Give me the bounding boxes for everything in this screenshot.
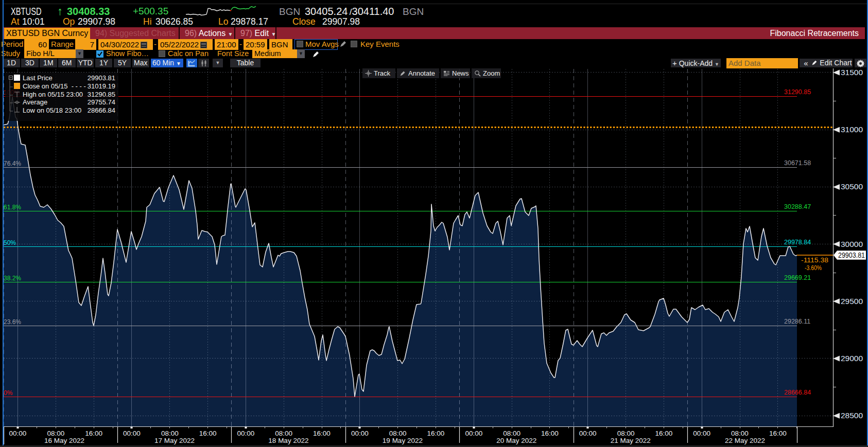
svg-text:31500: 31500	[841, 68, 863, 77]
svg-text:21 May 2022: 21 May 2022	[611, 437, 651, 444]
svg-text:29000: 29000	[841, 354, 863, 363]
svg-text:30288.47: 30288.47	[784, 203, 811, 210]
svg-text:08:00: 08:00	[161, 430, 179, 437]
svg-text:08:00: 08:00	[275, 430, 292, 437]
svg-text:0%: 0%	[4, 389, 13, 397]
svg-text:17 May 2022: 17 May 2022	[154, 437, 195, 444]
svg-text:00:00: 00:00	[579, 430, 597, 437]
svg-text:29286.11: 29286.11	[784, 318, 810, 325]
svg-text:16:00: 16:00	[769, 430, 787, 437]
svg-text:29500: 29500	[841, 297, 863, 306]
svg-text:16 May 2022: 16 May 2022	[44, 437, 84, 444]
svg-text:28666.84: 28666.84	[784, 389, 811, 396]
svg-text:61.8%: 61.8%	[4, 204, 21, 211]
svg-text:-3.60%: -3.60%	[805, 264, 822, 272]
svg-text:16:00: 16:00	[541, 430, 559, 437]
svg-text:30671.58: 30671.58	[784, 159, 811, 167]
svg-text:29978.84: 29978.84	[784, 239, 811, 246]
svg-text:76.4%: 76.4%	[4, 160, 21, 167]
svg-text:16:00: 16:00	[427, 430, 445, 437]
svg-text:22 May 2022: 22 May 2022	[725, 437, 765, 444]
svg-text:00:00: 00:00	[123, 430, 141, 437]
svg-text:29669.21: 29669.21	[784, 274, 811, 281]
svg-text:20 May 2022: 20 May 2022	[496, 437, 536, 444]
svg-text:00:00: 00:00	[237, 430, 255, 437]
svg-text:31290.85: 31290.85	[784, 88, 811, 96]
svg-text:23.6%: 23.6%	[4, 318, 21, 326]
svg-text:16:00: 16:00	[655, 430, 673, 437]
svg-text:19 May 2022: 19 May 2022	[383, 437, 423, 444]
svg-text:08:00: 08:00	[617, 430, 635, 437]
svg-text:16:00: 16:00	[199, 430, 217, 437]
svg-text:16:00: 16:00	[85, 430, 102, 437]
svg-text:00:00: 00:00	[693, 430, 710, 437]
svg-text:08:00: 08:00	[731, 430, 749, 437]
svg-text:30000: 30000	[841, 240, 863, 248]
svg-text:00:00: 00:00	[351, 430, 369, 437]
svg-text:16:00: 16:00	[313, 430, 331, 437]
svg-text:28500: 28500	[841, 411, 863, 420]
svg-text:18 May 2022: 18 May 2022	[268, 437, 308, 444]
svg-text:29903.81: 29903.81	[838, 252, 865, 259]
svg-text:30500: 30500	[841, 182, 863, 191]
svg-text:38.2%: 38.2%	[4, 275, 21, 282]
svg-text:00:00: 00:00	[9, 430, 27, 437]
svg-text:31000: 31000	[841, 125, 863, 134]
svg-text:50%: 50%	[4, 239, 16, 246]
svg-text:08:00: 08:00	[47, 430, 64, 437]
svg-text:08:00: 08:00	[389, 430, 407, 437]
svg-text:-1115.38: -1115.38	[801, 256, 828, 264]
svg-text:00:00: 00:00	[465, 430, 482, 437]
svg-text:08:00: 08:00	[503, 430, 520, 437]
